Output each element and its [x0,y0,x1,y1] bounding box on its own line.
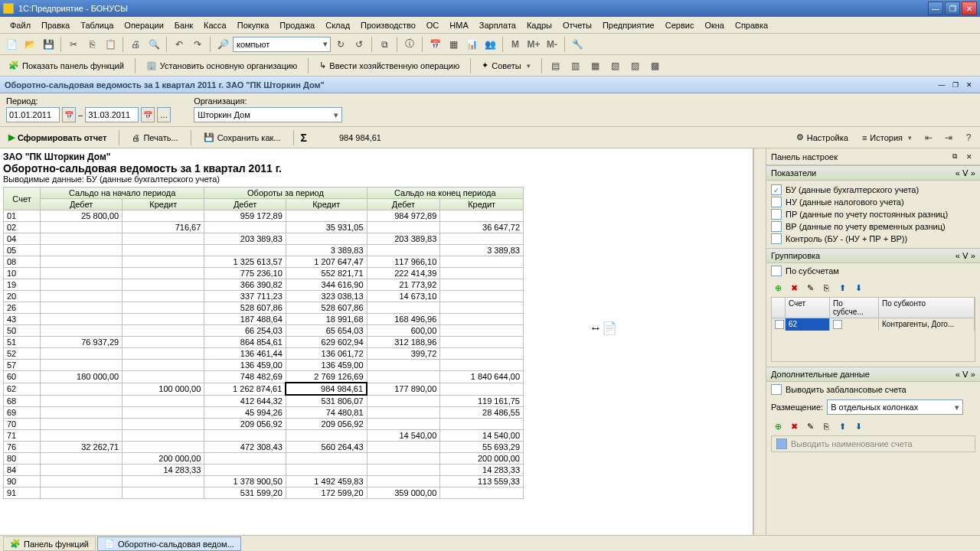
table-row[interactable]: 52136 461,44136 061,72399,72 [4,348,524,360]
by-sub-checkbox[interactable] [771,266,782,276]
delete-icon[interactable]: ✖ [787,419,801,433]
off-balance-checkbox[interactable] [771,384,782,395]
table-row[interactable]: 5176 937,29864 854,61629 602,94312 188,9… [4,337,524,348]
new-doc-icon[interactable]: 📄 [3,36,20,53]
table-row[interactable]: 7114 540,0014 540,00 [4,430,524,442]
report-area[interactable]: ЗАО "ПК Шторкин Дом" Оборотно-сальдовая … [0,148,753,535]
close-button[interactable]: ✕ [962,2,977,15]
menu-bank[interactable]: Банк [169,18,198,32]
add-icon[interactable]: ⊕ [771,281,785,295]
tools-dropdown-icon[interactable]: 🔧 [569,36,586,53]
users-icon[interactable]: 👥 [482,36,498,53]
m-button[interactable]: M [507,36,524,53]
copy-icon[interactable]: ⎘ [819,281,833,295]
table-row[interactable]: 19366 390,82344 616,9021 773,92 [4,279,524,291]
enter-operation-button[interactable]: ↳Ввести хозяйственную операцию [314,58,465,73]
refresh-back-icon[interactable]: ↺ [351,36,368,53]
report2-icon[interactable]: ▥ [567,57,584,74]
report3-icon[interactable]: ▦ [587,57,604,74]
section-toggle-icon[interactable]: « ᐯ » [956,370,975,380]
date-from-input[interactable] [6,107,60,122]
table-row[interactable]: 04203 389,83203 389,83 [4,233,524,245]
menu-file[interactable]: Файл [5,18,36,32]
doc-maximize-button[interactable]: ❐ [949,80,962,90]
report5-icon[interactable]: ▨ [627,57,644,74]
cut-icon[interactable]: ✂ [65,36,82,53]
table-row[interactable]: 02716,6735 931,0536 647,72 [4,222,524,233]
indicator-checkbox[interactable] [771,233,782,244]
window-icon[interactable]: ⧉ [376,36,393,53]
history-button[interactable]: ≡История [857,131,917,145]
menu-os[interactable]: ОС [421,18,445,32]
table-row[interactable]: 5066 254,0365 654,03600,00 [4,325,524,337]
table-row[interactable]: 43187 488,6418 991,68168 496,96 [4,314,524,325]
help-icon[interactable]: ? [960,129,977,146]
delete-icon[interactable]: ✖ [787,281,801,295]
preview-icon[interactable]: 🔍 [145,36,162,53]
refresh-icon[interactable]: ↻ [332,36,349,53]
print-button[interactable]: 🖨Печать... [126,131,183,145]
table-row[interactable]: 20337 711,23323 038,1314 673,10 [4,291,524,302]
edit-icon[interactable]: ✎ [803,281,817,295]
org-combo[interactable]: Шторкин Дом [194,107,342,122]
menu-enterprise[interactable]: Предприятие [597,18,660,32]
grouping-row[interactable]: 62 Контрагенты, Дого... [772,318,975,331]
settings-close-icon[interactable]: ✕ [963,152,975,162]
expand-icon[interactable]: ⇥ [940,129,957,146]
section-toggle-icon[interactable]: « ᐯ » [956,251,975,261]
menu-reports[interactable]: Отчеты [557,18,597,32]
report1-icon[interactable]: ▤ [547,57,564,74]
doc-close-button[interactable]: ✕ [963,80,975,90]
table-row[interactable]: 70209 056,92209 056,92 [4,419,524,430]
menu-warehouse[interactable]: Склад [320,18,355,32]
set-main-org-button[interactable]: 🏢Установить основную организацию [141,58,303,73]
task-panel-button[interactable]: 🧩Панель функций [3,536,96,551]
menu-table[interactable]: Таблица [75,18,119,32]
date-from-picker-icon[interactable]: 📅 [62,107,76,122]
table-row[interactable]: 80200 000,00200 000,00 [4,453,524,465]
date-to-picker-icon[interactable]: 📅 [141,107,155,122]
collapse-icon[interactable]: ⇤ [920,129,937,146]
show-panel-button[interactable]: 🧩Показать панель функций [3,58,129,73]
form-report-button[interactable]: ▶Сформировать отчет [3,130,112,145]
up-icon[interactable]: ⬆ [835,419,849,433]
menu-production[interactable]: Производство [355,18,421,32]
grouping-checkbox[interactable] [775,320,784,329]
table-row[interactable]: 57136 459,00136 459,00 [4,360,524,371]
table-row[interactable]: 7632 262,71472 308,43560 264,4355 693,29 [4,442,524,453]
down-icon[interactable]: ⬇ [851,419,865,433]
vertical-scrollbar[interactable] [753,148,766,535]
chart-icon[interactable]: 📊 [463,36,480,53]
redo-icon[interactable]: ↷ [189,36,206,53]
task-report-button[interactable]: 📄Оборотно-сальдовая ведом... [97,536,241,551]
report4-icon[interactable]: ▧ [607,57,624,74]
m-minus-button[interactable]: M- [544,36,560,53]
indicator-checkbox[interactable]: ✓ [771,184,782,195]
menu-operations[interactable]: Операции [119,18,168,32]
table-row[interactable]: 053 389,833 389,83 [4,245,524,256]
menu-hr[interactable]: Кадры [521,18,557,32]
period-select-button[interactable]: … [157,107,171,122]
date-to-input[interactable] [85,107,139,122]
settings-pin-icon[interactable]: ⧉ [949,152,961,162]
indicator-checkbox[interactable] [771,209,782,220]
table-row[interactable]: 68412 644,32531 806,07119 161,75 [4,395,524,407]
menu-purchase[interactable]: Покупка [232,18,275,32]
section-toggle-icon[interactable]: « ᐯ » [956,168,975,178]
menu-help[interactable]: Справка [730,18,773,32]
paste-icon[interactable]: 📋 [102,36,119,53]
copy-icon[interactable]: ⎘ [83,36,100,53]
print-icon[interactable]: 🖨 [127,36,144,53]
table-row[interactable]: 081 325 613,571 207 647,47117 966,10 [4,256,524,268]
tips-button[interactable]: ✦Советы [476,58,535,73]
menu-service[interactable]: Сервис [660,18,700,32]
save-icon[interactable]: 💾 [40,36,57,53]
m-plus-button[interactable]: M+ [525,36,542,53]
down-icon[interactable]: ⬇ [851,281,865,295]
up-icon[interactable]: ⬆ [835,281,849,295]
extra-checkbox[interactable] [776,439,787,449]
indicator-checkbox[interactable] [771,197,782,207]
placement-combo[interactable]: В отдельных колонках [827,399,963,415]
undo-icon[interactable]: ↶ [171,36,188,53]
table-row[interactable]: 62100 000,001 262 874,61984 984,61177 89… [4,383,524,395]
